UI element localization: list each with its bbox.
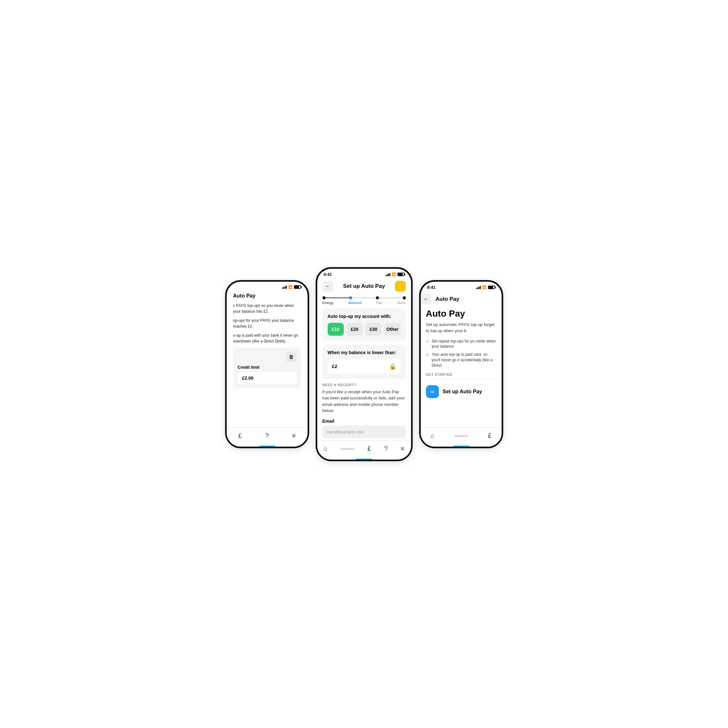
- balance-input-row: £2 🔒: [327, 359, 401, 374]
- right-page-title: Auto Pay: [436, 296, 460, 302]
- left-nav-item-menu[interactable]: ≡: [292, 432, 296, 439]
- center-nav-menu[interactable]: ≡: [401, 445, 405, 453]
- wifi-icon-left: 📶: [288, 285, 293, 289]
- signal-bar-1: [282, 288, 283, 289]
- center-nav-activity[interactable]: ◦—◦—◦: [341, 446, 355, 451]
- left-active-indicator: [259, 446, 275, 447]
- left-body-text-2: op-ups for your PAYG your balance reache…: [233, 318, 301, 329]
- amount-btn-10[interactable]: £10: [327, 323, 344, 336]
- topup-card-title: Auto top-up my account with:: [327, 314, 401, 319]
- signal-bars-right: [476, 285, 481, 289]
- phones-container: 📶 Auto Pay c PAYG top-ups so you never w…: [225, 267, 503, 461]
- r-signal-bar-2: [477, 287, 478, 289]
- lightning-button[interactable]: ⚡: [395, 281, 406, 292]
- signal-bars-center: [385, 272, 390, 276]
- infinity-icon: ∞: [430, 388, 434, 395]
- right-active-indicator: [453, 446, 469, 447]
- step-dot-amount: [349, 296, 352, 300]
- back-button[interactable]: ←: [323, 281, 333, 292]
- credit-limit-label: Credit limit: [238, 365, 297, 370]
- signal-bar-4: [286, 286, 287, 289]
- c-signal-bar-3: [388, 274, 389, 276]
- step-dot-energy: [323, 296, 326, 300]
- balance-card-title: When my balance is lower than:: [327, 350, 401, 355]
- battery-icon-right: [488, 286, 495, 289]
- receipt-text: If you'd like a receipt when your Auto P…: [323, 389, 406, 414]
- receipt-label: NEED A RECEIPT?: [323, 383, 406, 387]
- progress-steps: Energy Amount Pay Done: [317, 295, 411, 309]
- setup-button[interactable]: ∞ Set up Auto Pay: [426, 382, 496, 401]
- c-signal-bar-1: [385, 275, 387, 276]
- setup-btn-icon: ∞: [426, 385, 439, 398]
- right-nav-account[interactable]: £: [488, 432, 492, 439]
- center-status-bar: 9:41 📶: [317, 269, 411, 278]
- amount-btn-20[interactable]: £20: [346, 323, 363, 336]
- center-active-indicator: [356, 459, 372, 460]
- auto-pay-desc: Set up automatic PAYG top-up forget to t…: [426, 321, 496, 334]
- center-status-icons: 📶: [385, 272, 405, 277]
- check-text-1: Set repeat top-ups for yo meter when you…: [432, 339, 496, 350]
- balance-card: When my balance is lower than: £2 🔒: [323, 345, 406, 379]
- left-body-text-1: c PAYG top-ups so you never when your ba…: [233, 303, 301, 314]
- credit-limit-value: £2.00: [238, 372, 297, 384]
- left-body-text-3: o-up is paid with your bank ll never go …: [233, 332, 301, 344]
- auto-pay-title: Auto Pay: [426, 309, 496, 319]
- get-started-label: GET STARTED: [426, 373, 496, 376]
- right-nav-activity[interactable]: ◦—◦—◦: [454, 433, 468, 438]
- battery-fill-right: [489, 286, 493, 289]
- step-label-energy: Energy: [323, 301, 334, 305]
- right-time: 9:41: [427, 285, 436, 290]
- amount-btn-30[interactable]: £30: [366, 323, 382, 336]
- check-item-1: ✓ Set repeat top-ups for yo meter when y…: [426, 339, 496, 350]
- step-dot-pay: [376, 296, 379, 300]
- amount-btn-other[interactable]: Other: [384, 323, 401, 336]
- center-nav-account[interactable]: £: [367, 445, 371, 453]
- step-line-1: [326, 298, 349, 298]
- setup-btn-label: Set up Auto Pay: [443, 389, 482, 395]
- left-nav-item-help[interactable]: ?: [265, 432, 269, 439]
- page-title: Set up Auto Pay: [343, 283, 385, 289]
- trash-icon-container: 🗑: [238, 352, 297, 362]
- email-input[interactable]: sam@example.com: [323, 426, 406, 438]
- right-nav-home[interactable]: ⌂: [430, 432, 434, 439]
- center-header: ← Set up Auto Pay ⚡: [317, 278, 411, 295]
- steps-dots: [323, 296, 406, 300]
- left-card: 🗑 Credit limit £2.00: [233, 347, 301, 388]
- check-mark-2: ✓: [426, 352, 429, 368]
- right-status-icons: 📶: [476, 285, 495, 289]
- steps-labels: Energy Amount Pay Done: [323, 301, 406, 305]
- left-status-icons: 📶: [282, 285, 301, 289]
- wifi-icon-right: 📶: [482, 285, 487, 289]
- right-header: ← Auto Pay: [421, 291, 502, 309]
- center-bottom-nav: ⌂ ◦—◦—◦ £ ? ≡: [317, 440, 411, 460]
- left-phone: 📶 Auto Pay c PAYG top-ups so you never w…: [225, 280, 309, 448]
- divider: [426, 379, 496, 379]
- signal-bar-2: [283, 287, 284, 289]
- r-signal-bar-1: [476, 288, 477, 289]
- center-time: 9:41: [324, 272, 332, 277]
- battery-icon-left: [294, 285, 301, 289]
- amount-options: £10 £20 £30 Other: [327, 323, 401, 336]
- trash-icon[interactable]: 🗑: [286, 352, 297, 362]
- right-phone: 9:41 📶 ← Auto Pay Auto Pay Set: [419, 280, 503, 448]
- step-dot-done: [403, 296, 406, 300]
- signal-bar-3: [284, 286, 286, 289]
- check-item-2: ✓ Your auto top-up is paid card, so you'…: [426, 352, 496, 368]
- check-text-2: Your auto top-up is paid card, so you'll…: [432, 352, 496, 368]
- left-bottom-nav: £ ? ≡: [227, 427, 307, 447]
- signal-bars-left: [282, 285, 287, 289]
- check-mark-1: ✓: [426, 339, 429, 350]
- center-phone: 9:41 📶 ← Set up Auto Pay ⚡: [316, 267, 413, 461]
- balance-value: £2: [332, 364, 338, 369]
- left-status-bar: 📶: [227, 282, 307, 291]
- center-nav-home[interactable]: ⌂: [324, 445, 327, 453]
- wifi-icon-center: 📶: [392, 272, 396, 277]
- step-label-pay: Pay: [376, 301, 382, 305]
- lock-icon: 🔒: [389, 363, 396, 370]
- right-back-button[interactable]: ←: [421, 294, 432, 305]
- r-signal-bar-4: [480, 286, 481, 289]
- topup-card: Auto top-up my account with: £10 £20 £30…: [323, 309, 406, 341]
- center-nav-help[interactable]: ?: [384, 445, 387, 453]
- email-label: Email: [323, 419, 406, 424]
- left-nav-item-pound[interactable]: £: [239, 432, 242, 439]
